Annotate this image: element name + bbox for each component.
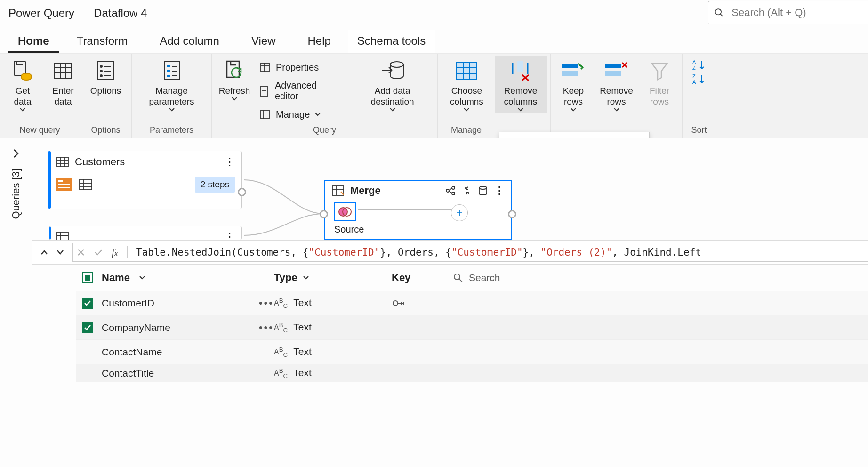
options-label: Options (90, 86, 121, 97)
remove-columns-icon (509, 60, 532, 81)
remove-columns-button[interactable]: Remove columns (495, 56, 547, 113)
svg-rect-27 (260, 87, 268, 96)
chevron-down-icon (231, 97, 238, 101)
ribbon-tabs: Home Transform Add column View Help Sche… (0, 26, 868, 54)
chevron-down-icon (570, 107, 577, 112)
svg-text:Z: Z (692, 73, 696, 79)
app-name: Power Query (8, 7, 74, 20)
sort-desc-icon[interactable]: ZA (692, 73, 706, 85)
svg-rect-17 (167, 65, 170, 67)
search-box[interactable] (708, 1, 868, 24)
svg-point-0 (715, 9, 721, 15)
tab-home[interactable]: Home (8, 30, 59, 53)
choose-columns-label: Choose columns (445, 86, 488, 107)
group-parameters: Manage parameters Parameters (132, 54, 212, 138)
filter-rows-button[interactable]: Filter rows (641, 56, 678, 108)
enter-data-label: Enter data (48, 86, 78, 107)
svg-rect-4 (55, 63, 72, 78)
filter-icon (650, 61, 669, 81)
svg-text:A: A (692, 79, 696, 85)
choose-columns-button[interactable]: Choose columns (442, 56, 492, 113)
refresh-button[interactable]: Refresh (216, 56, 253, 102)
search-icon (714, 7, 724, 18)
chevron-down-icon (613, 107, 620, 112)
svg-rect-24 (261, 63, 269, 72)
remove-rows-icon (604, 62, 629, 80)
properties-button[interactable]: Properties (256, 59, 339, 75)
group-new-query: Get data Enter data New query (0, 54, 80, 138)
manage-parameters-button[interactable]: Manage parameters (136, 56, 208, 113)
group-label-options: Options (84, 123, 128, 138)
group-query: Refresh Properties Advanced editor Manag… (212, 54, 438, 138)
manage-button[interactable]: Manage (256, 106, 339, 122)
svg-rect-19 (167, 70, 170, 72)
parameters-icon (161, 60, 182, 81)
chevron-down-icon (169, 107, 175, 112)
group-rows: Keep rows Remove rows Filter rows (551, 54, 683, 138)
sort-asc-icon[interactable]: AZ (692, 59, 706, 71)
keep-rows-icon (561, 62, 586, 80)
properties-label: Properties (276, 62, 319, 73)
svg-rect-2 (14, 61, 25, 75)
tab-transform[interactable]: Transform (67, 30, 137, 53)
manage-parameters-label: Manage parameters (139, 86, 204, 107)
advanced-editor-label: Advanced editor (275, 80, 336, 102)
get-data-label: Get data (8, 86, 38, 107)
search-input[interactable] (731, 6, 862, 19)
group-sort: AZ ZA Sort (683, 54, 715, 138)
filter-rows-label: Filter rows (644, 86, 675, 107)
advanced-editor-button[interactable]: Advanced editor (256, 78, 339, 104)
enter-data-button[interactable]: Enter data (44, 56, 82, 108)
refresh-icon (223, 59, 246, 82)
keep-rows-label: Keep rows (558, 86, 588, 107)
data-destination-icon (380, 59, 405, 82)
chevron-down-icon (314, 112, 321, 117)
options-icon (96, 60, 115, 81)
svg-point-12 (100, 70, 102, 72)
document-name: Dataflow 4 (94, 7, 147, 20)
dropdown-remove-columns[interactable]: Remove columns (499, 135, 649, 138)
ribbon: Get data Enter data New query Options Op… (0, 54, 868, 138)
remove-rows-button[interactable]: Remove rows (595, 56, 638, 113)
svg-rect-30 (261, 110, 269, 119)
manage-label: Manage (276, 109, 310, 120)
tab-schema-tools[interactable]: Schema tools (348, 30, 435, 53)
keep-rows-button[interactable]: Keep rows (555, 56, 592, 113)
add-data-destination-label: Add data destination (355, 86, 430, 107)
options-button[interactable]: Options (87, 56, 125, 97)
tab-help[interactable]: Help (298, 30, 340, 53)
choose-columns-icon (455, 60, 478, 81)
svg-rect-46 (605, 71, 621, 76)
add-data-destination-button[interactable]: Add data destination (351, 56, 434, 113)
svg-rect-42 (517, 61, 523, 72)
properties-icon (259, 62, 271, 73)
tab-view[interactable]: View (242, 30, 285, 53)
svg-line-1 (720, 14, 723, 16)
svg-rect-43 (562, 64, 578, 68)
group-options: Options Options (80, 54, 132, 138)
remove-columns-dropdown: Remove columns Remove other columns (499, 132, 650, 138)
tab-add-column[interactable]: Add column (150, 30, 229, 53)
advanced-editor-icon (259, 85, 270, 97)
chevron-down-icon (517, 107, 524, 112)
chevron-down-icon (463, 107, 470, 112)
get-data-button[interactable]: Get data (4, 56, 41, 113)
group-label-query: Query (216, 123, 434, 138)
svg-text:Z: Z (692, 65, 696, 71)
get-data-icon (11, 59, 34, 82)
svg-rect-44 (562, 71, 578, 76)
enter-data-icon (52, 59, 74, 82)
remove-rows-label: Remove rows (599, 86, 634, 107)
svg-point-10 (100, 65, 102, 67)
group-label-new-query: New query (4, 123, 76, 138)
group-manage-columns: Choose columns Remove columns Manage (438, 54, 551, 138)
svg-rect-21 (167, 75, 170, 77)
title-divider (84, 5, 84, 22)
remove-columns-label: Remove columns (498, 86, 543, 107)
refresh-label: Refresh (219, 86, 250, 97)
group-label-sort: Sort (686, 123, 712, 138)
svg-rect-45 (605, 64, 621, 68)
chevron-down-icon (19, 107, 26, 112)
chevron-down-icon (389, 107, 396, 112)
svg-point-33 (390, 62, 403, 67)
